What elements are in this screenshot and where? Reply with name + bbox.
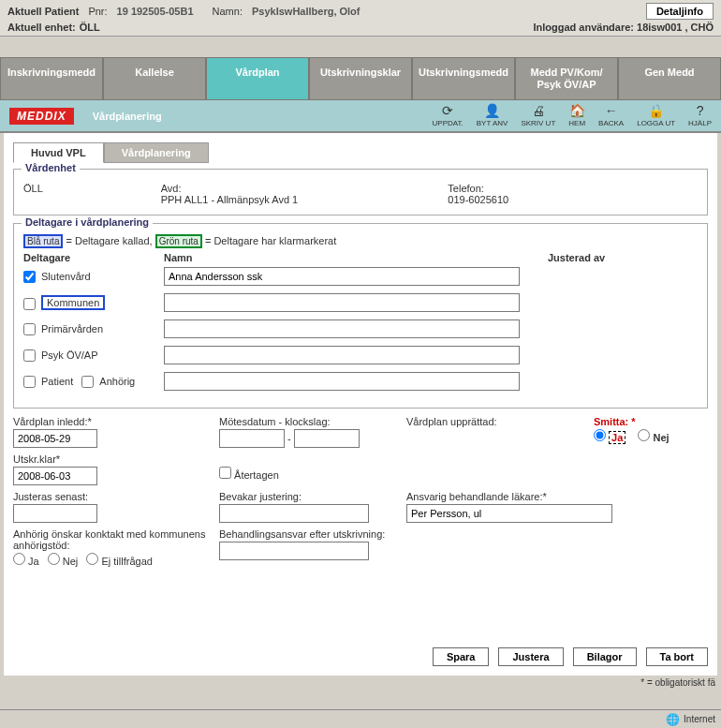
- smitta-nej-label[interactable]: Nej: [638, 432, 669, 443]
- kontakt-ja-radio[interactable]: [13, 553, 25, 565]
- tab-utskrivningsklar[interactable]: Utskrivningsklar: [309, 57, 412, 100]
- vardenhet-value: ÖLL: [23, 183, 43, 194]
- motesdatum-label: Mötesdatum - klockslag:: [219, 416, 397, 427]
- psyk-name-input[interactable]: [164, 346, 520, 364]
- tab-vardplan[interactable]: Vårdplan: [206, 57, 309, 100]
- kontakt-nej-label[interactable]: Nej: [48, 556, 79, 567]
- kommunen-label[interactable]: Kommunen: [23, 295, 164, 310]
- kommunen-checkbox[interactable]: [23, 298, 36, 310]
- tab-medd-pvkom[interactable]: Medd PV/Kom/ Psyk ÖV/AP: [515, 57, 618, 100]
- namn-value: PsykIswHallberg, Olof: [252, 6, 360, 17]
- col-namn: Namn: [164, 252, 548, 263]
- kontakt-nej-radio[interactable]: [48, 553, 60, 565]
- primarvarden-name-input[interactable]: [164, 319, 520, 338]
- deltagare-fieldset: Deltagare i vårdplanering Blå ruta = Del…: [13, 223, 708, 409]
- blue-legend-text: = Deltagare kallad,: [66, 235, 155, 246]
- motes-time-input[interactable]: [294, 429, 360, 448]
- meddix-logo: MEDDIX: [9, 108, 74, 125]
- toolbar: MEDDIX Vårdplanering ⟳UPPDAT. 👤BYT ANV 🖨…: [0, 100, 721, 133]
- atertagen-label[interactable]: Återtagen: [219, 469, 279, 481]
- nav-tabs: Inskrivningsmedd Kallelse Vårdplan Utskr…: [0, 57, 721, 100]
- tab-inskrivningsmedd[interactable]: Inskrivningsmedd: [0, 57, 103, 100]
- atertagen-checkbox[interactable]: [219, 467, 231, 479]
- avd-value: PPH ALL1 - Allmänpsyk Avd 1: [161, 194, 299, 205]
- col-justerad: Justerad av: [548, 252, 698, 263]
- detaljinfo-button[interactable]: Detaljinfo: [646, 3, 714, 20]
- spara-button[interactable]: Spara: [433, 647, 490, 666]
- subtab-huvud-vpl[interactable]: Huvud VPL: [13, 142, 104, 163]
- aktuell-enhet-label: Aktuell enhet:: [7, 22, 76, 33]
- smitta-ja-label[interactable]: Ja: [594, 432, 625, 443]
- green-legend-text: = Deltagare har klarmarkerat: [205, 235, 336, 246]
- primarvarden-label[interactable]: Primärvården: [23, 323, 164, 336]
- inledd-input[interactable]: [13, 429, 97, 448]
- psyk-label[interactable]: Psyk ÖV/AP: [23, 349, 164, 363]
- subtab-vardplanering[interactable]: Vårdplanering: [104, 142, 209, 163]
- kontakt-ej-label[interactable]: Ej tillfrågad: [86, 556, 152, 567]
- aktuell-patient-label: Aktuell Patient: [7, 6, 79, 17]
- smitta-ja-radio[interactable]: [594, 429, 606, 441]
- utskr-input[interactable]: [13, 467, 97, 485]
- bilagor-button[interactable]: Bilagor: [573, 647, 637, 666]
- home-icon[interactable]: 🏠HEM: [568, 104, 585, 127]
- obligatory-note: * = obligatoriskt fä: [0, 677, 715, 688]
- behandlingsansvar-input[interactable]: [219, 542, 369, 560]
- tab-kallelse[interactable]: Kallelse: [103, 57, 206, 100]
- blue-legend-box: Blå ruta: [23, 234, 63, 248]
- primarvarden-checkbox[interactable]: [23, 323, 36, 335]
- bevakar-label: Bevakar justering:: [219, 491, 397, 502]
- slutenvard-name-input[interactable]: [164, 267, 520, 286]
- status-bar: 🌐 Internet: [0, 709, 721, 728]
- utskr-label: Utskr.klar*: [13, 453, 210, 465]
- tab-utskrivningsmedd[interactable]: Utskrivningsmedd: [412, 57, 515, 100]
- smitta-nej-radio[interactable]: [638, 429, 650, 441]
- justera-button[interactable]: Justera: [498, 647, 563, 666]
- ansvarig-input[interactable]: [406, 504, 612, 523]
- globe-icon: 🌐: [666, 713, 680, 726]
- logout-icon[interactable]: 🔒LOGGA UT: [637, 104, 675, 127]
- kontakt-ej-radio[interactable]: [86, 553, 98, 565]
- telefon-value: 019-6025610: [448, 194, 508, 205]
- print-icon[interactable]: 🖨SKRIV UT: [521, 104, 555, 127]
- logged-in-user: Inloggad användare: 18isw001 , CHÖ: [533, 22, 714, 33]
- refresh-icon[interactable]: ⟳UPPDAT.: [433, 104, 464, 127]
- anhorig-checkbox[interactable]: [81, 376, 94, 388]
- patient-label[interactable]: Patient: [23, 376, 73, 387]
- anhorig-kontakt-label: Anhörig önskar konktakt med kommunens an…: [13, 528, 210, 551]
- col-deltagare: Deltagare: [23, 252, 164, 263]
- toolbar-title: Vårdplanering: [93, 111, 162, 122]
- vardenhet-legend: Vårdenhet: [22, 162, 80, 173]
- deltagare-legend: Deltagare i vårdplanering: [22, 216, 153, 228]
- patient-checkbox[interactable]: [23, 376, 36, 388]
- justeras-label: Justeras senast:: [13, 491, 210, 502]
- bevakar-input[interactable]: [219, 504, 369, 523]
- green-legend-box: Grön ruta: [155, 234, 202, 248]
- header: Aktuell Patient Pnr: 19 192505-05B1 Namn…: [0, 0, 721, 37]
- smitta-label: Smitta: *: [594, 416, 721, 427]
- vardenhet-fieldset: Vårdenhet ÖLL Avd:PPH ALL1 - Allmänpsyk …: [13, 169, 708, 215]
- telefon-label: Telefon:: [448, 183, 698, 194]
- justeras-input[interactable]: [13, 504, 97, 523]
- tab-gen-medd[interactable]: Gen Medd: [618, 57, 721, 100]
- anhorig-label[interactable]: Anhörig: [81, 376, 135, 387]
- help-icon[interactable]: ?HJÄLP: [688, 104, 712, 127]
- tabort-button[interactable]: Ta bort: [646, 647, 708, 666]
- switch-user-icon[interactable]: 👤BYT ANV: [477, 104, 508, 127]
- slutenvard-checkbox[interactable]: [23, 271, 36, 283]
- status-text: Internet: [684, 714, 715, 724]
- ansvarig-label: Ansvarig behandlande läkare:*: [406, 491, 721, 502]
- namn-label: Namn:: [213, 6, 243, 17]
- kommunen-name-input[interactable]: [164, 293, 520, 312]
- pnr-value: 19 192505-05B1: [117, 6, 194, 17]
- inledd-label: Vårdplan inledd:*: [13, 416, 210, 427]
- back-icon[interactable]: ←BACKA: [598, 104, 624, 127]
- slutenvard-label[interactable]: Slutenvård: [23, 271, 164, 284]
- behandlingsansvar-label: Behandlingsansvar efter utskrivning:: [219, 528, 397, 540]
- aktuell-enhet-value: ÖLL: [80, 22, 100, 33]
- pnr-label: Pnr:: [88, 6, 107, 17]
- content-area: Huvud VPL Vårdplanering Vårdenhet ÖLL Av…: [4, 133, 717, 676]
- motes-date-input[interactable]: [219, 429, 285, 448]
- patient-anhorig-name-input[interactable]: [164, 372, 520, 391]
- kontakt-ja-label[interactable]: Ja: [13, 556, 39, 567]
- psyk-checkbox[interactable]: [23, 349, 36, 362]
